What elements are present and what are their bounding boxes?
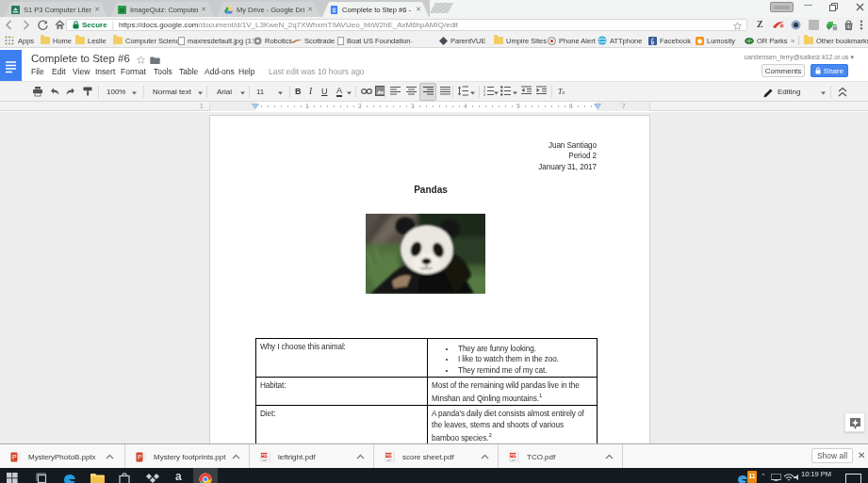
svg-text:PDF: PDF — [511, 454, 518, 458]
svg-text:3: 3 — [483, 92, 486, 96]
svg-text:P: P — [12, 454, 17, 460]
svg-text:PDF: PDF — [386, 454, 394, 458]
svg-text:PDF: PDF — [262, 454, 270, 458]
svg-text:P: P — [138, 454, 142, 460]
